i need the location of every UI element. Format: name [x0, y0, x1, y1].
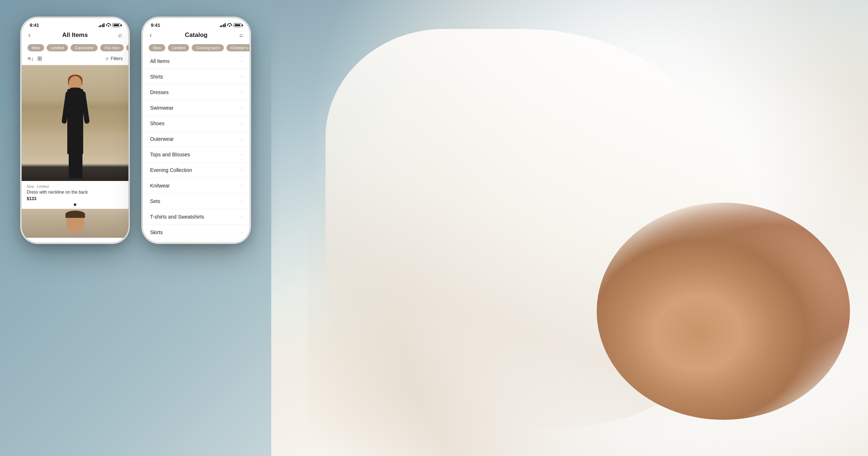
- phone-all-items: 9:41 ‹ All Items ⌕ New Limited Cashmere …: [22, 18, 128, 242]
- product-card-1[interactable]: ♡ New · Limited Dress with neckline on t…: [22, 65, 128, 209]
- search-icon-2[interactable]: ⌕: [232, 31, 243, 39]
- back-button-2[interactable]: ‹: [149, 31, 160, 39]
- search-icon-1[interactable]: ⌕: [111, 31, 122, 39]
- chevron-icon-5: ›: [241, 136, 242, 142]
- catalog-item-shoes[interactable]: Shoes ›: [143, 116, 250, 131]
- product-price-1: $133: [27, 196, 123, 201]
- chevron-icon-0: ›: [241, 59, 242, 64]
- catalog-label-tops: Tops and Blouses: [150, 152, 190, 157]
- product-image-1: ♡: [22, 65, 128, 181]
- chevron-icon-9: ›: [241, 199, 242, 204]
- product-badge-1: New · Limited: [27, 185, 123, 189]
- chip-sets-1[interactable]: Sets: [126, 44, 128, 51]
- catalog-label-skirts: Skirts: [150, 229, 163, 235]
- product-name-1: Dress with neckline on the back: [27, 190, 123, 195]
- nav-bar-2: ‹ Catalog ⌕: [143, 29, 250, 42]
- catalog-label-swimwear: Swimwear: [150, 105, 174, 111]
- catalog-item-sets[interactable]: Sets ›: [143, 194, 250, 209]
- status-icons-1: [99, 23, 121, 27]
- catalog-item-knitwear[interactable]: Knitwear ›: [143, 178, 250, 194]
- wishlist-button-2[interactable]: ♡: [120, 212, 125, 219]
- figure-sandal-right: [75, 178, 85, 181]
- page-title-2: Catalog: [160, 31, 232, 39]
- catalog-label-dresses: Dresses: [150, 89, 169, 95]
- figure-body: [67, 89, 83, 154]
- catalog-item-dresses[interactable]: Dresses ›: [143, 85, 250, 100]
- catalog-label-shoes: Shoes: [150, 121, 165, 126]
- catalog-list: All Items › Shirts › Dresses › Swimwear …: [143, 54, 250, 242]
- chip-coming-soon[interactable]: Coming soon: [192, 44, 224, 51]
- catalog-label-shirts: Shirts: [150, 74, 163, 80]
- product-figure-1: [54, 76, 97, 181]
- status-icons-2: [220, 23, 242, 27]
- preview-hair: [65, 211, 85, 218]
- sort-icon-1[interactable]: ≡↓: [27, 55, 34, 62]
- catalog-item-skirts[interactable]: Skirts ›: [143, 225, 250, 240]
- chip-new-2[interactable]: New: [149, 44, 165, 51]
- catalog-label-all-items: All Items: [150, 58, 170, 64]
- wifi-icon-2: [227, 23, 232, 27]
- phone-catalog: 9:41 ‹ Catalog ⌕ New Limited Coming soon…: [143, 18, 250, 242]
- catalog-item-pants[interactable]: Pants and Shorts ›: [143, 240, 250, 242]
- filter-icon-1: ⊹: [105, 56, 109, 61]
- chevron-icon-6: ›: [241, 152, 242, 157]
- chip-formen-1[interactable]: For men: [100, 44, 124, 51]
- filter-label-1: Filters: [111, 56, 123, 61]
- signal-bars-1: [99, 23, 105, 27]
- catalog-item-tshirts[interactable]: T-shirts and Sweatshirts ›: [143, 209, 250, 225]
- catalog-item-shirts[interactable]: Shirts ›: [143, 69, 250, 85]
- catalog-label-knitwear: Knitwear: [150, 183, 170, 189]
- catalog-label-tshirts: T-shirts and Sweatshirts: [150, 214, 204, 220]
- toolbar-1: ≡↓ ⊞ ⊹ Filters: [22, 54, 128, 65]
- catalog-item-evening[interactable]: Evening Collection ›: [143, 162, 250, 178]
- catalog-item-all-items[interactable]: All Items ›: [143, 54, 250, 69]
- chip-cashmere-1[interactable]: Cashmere: [71, 44, 98, 51]
- nav-bar-1: ‹ All Items ⌕: [22, 29, 128, 42]
- figure-leg-right: [75, 151, 82, 180]
- filter-chips-1: New Limited Cashmere For men Sets Ou…: [22, 42, 128, 54]
- phone-notch-2: [173, 18, 220, 28]
- product-info-1: New · Limited Dress with neckline on the…: [22, 181, 128, 209]
- catalog-item-outerwear[interactable]: Outerwear ›: [143, 131, 250, 147]
- chevron-icon-10: ›: [241, 214, 242, 219]
- chevron-icon-4: ›: [241, 121, 242, 126]
- filter-button-1[interactable]: ⊹ Filters: [105, 56, 123, 61]
- back-button-1[interactable]: ‹: [28, 31, 39, 39]
- filter-chips-2: New Limited Coming soon October's capsul…: [143, 42, 250, 54]
- catalog-label-outerwear: Outerwear: [150, 136, 174, 142]
- signal-bars-2: [220, 23, 226, 27]
- chevron-icon-1: ›: [241, 74, 242, 79]
- battery-icon-2: [234, 23, 242, 27]
- wifi-icon-1: [106, 23, 111, 27]
- toolbar-left-1: ≡↓ ⊞: [27, 55, 42, 62]
- wishlist-button-1[interactable]: ♡: [112, 69, 124, 81]
- chevron-icon-11: ›: [241, 230, 242, 235]
- preview-face: [57, 211, 93, 238]
- figure-leg-left: [69, 151, 76, 180]
- chevron-icon-7: ›: [241, 168, 242, 173]
- chip-limited-2[interactable]: Limited: [168, 44, 189, 51]
- battery-icon-1: [112, 23, 120, 27]
- catalog-item-swimwear[interactable]: Swimwear ›: [143, 100, 250, 116]
- catalog-label-sets: Sets: [150, 198, 160, 204]
- product-preview-image: ♡: [22, 209, 128, 238]
- grid-icon-1[interactable]: ⊞: [37, 55, 42, 62]
- chip-new-1[interactable]: New: [27, 44, 44, 51]
- catalog-item-tops[interactable]: Tops and Blouses ›: [143, 147, 250, 162]
- status-time-2: 9:41: [151, 22, 160, 28]
- background-person: [271, 0, 868, 456]
- hands-area: [597, 203, 850, 420]
- product-card-preview[interactable]: ♡: [22, 209, 128, 238]
- status-time-1: 9:41: [30, 22, 39, 28]
- phones-container: 9:41 ‹ All Items ⌕ New Limited Cashmere …: [22, 18, 250, 242]
- chevron-icon-3: ›: [241, 105, 242, 110]
- chevron-icon-8: ›: [241, 183, 242, 188]
- chip-october[interactable]: October's capsule: [226, 44, 250, 51]
- phone-notch: [52, 18, 99, 28]
- chip-limited-1[interactable]: Limited: [47, 44, 68, 51]
- catalog-label-evening: Evening Collection: [150, 167, 192, 173]
- color-dot-black[interactable]: [74, 203, 76, 206]
- page-title-1: All Items: [39, 31, 111, 39]
- chevron-icon-2: ›: [241, 90, 242, 95]
- product-color-dots-1: [27, 203, 123, 206]
